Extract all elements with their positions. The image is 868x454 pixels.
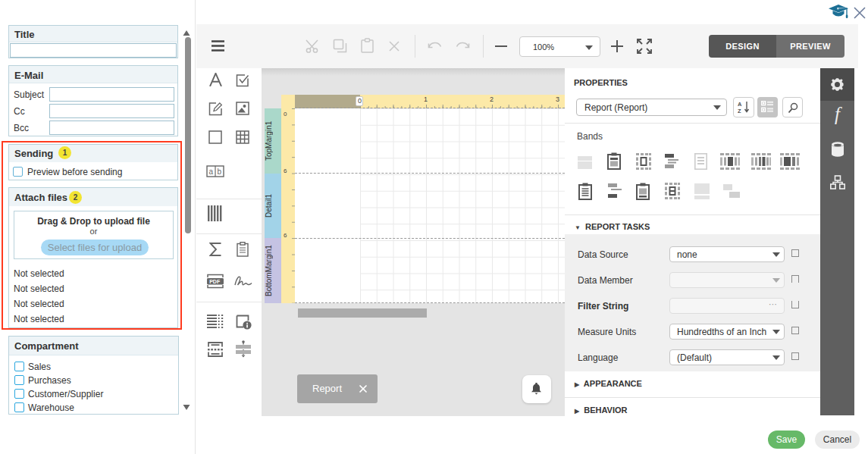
svg-text:a: a <box>209 168 214 176</box>
svg-text:PDF: PDF <box>209 279 221 284</box>
svg-text:b: b <box>218 168 222 176</box>
svg-text:Z: Z <box>738 108 741 114</box>
